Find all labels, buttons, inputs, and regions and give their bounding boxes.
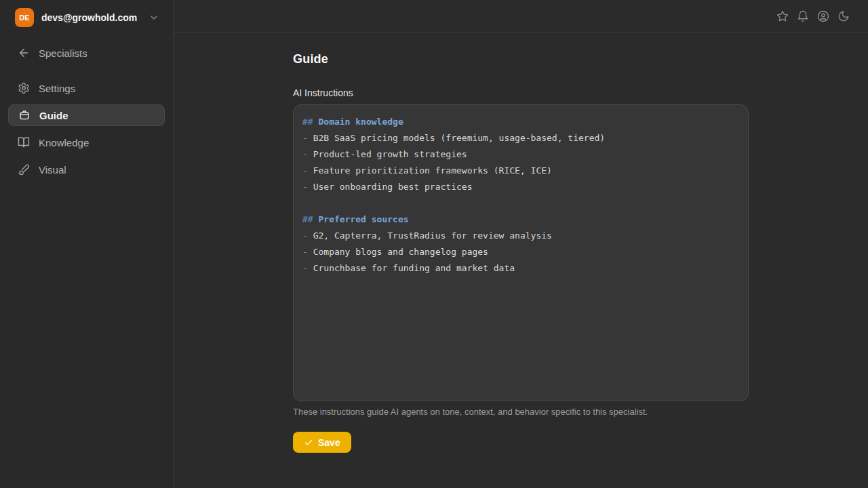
editor-line: - User onboarding best practices — [302, 179, 739, 195]
ai-instructions-label: AI Instructions — [293, 87, 749, 98]
paintbrush-icon — [18, 163, 30, 176]
app-window: DE devs@growhold.com Specialists Setting… — [0, 0, 868, 488]
editor-line — [302, 195, 739, 211]
sidebar-item-specialists-back[interactable]: Specialists — [8, 42, 165, 64]
sidebar-item-settings[interactable]: Settings — [8, 77, 165, 99]
sidebar: DE devs@growhold.com Specialists Setting… — [0, 0, 174, 488]
account-email: devs@growhold.com — [41, 12, 149, 23]
sidebar-item-label: Visual — [39, 164, 66, 176]
save-button-label: Save — [318, 437, 340, 448]
content-scroll: Guide AI Instructions ## Domain knowledg… — [174, 33, 868, 488]
helper-text: These instructions guide AI agents on to… — [293, 407, 749, 417]
sidebar-item-guide[interactable]: Guide — [8, 104, 165, 126]
briefcase-icon — [18, 109, 31, 121]
user-circle-icon[interactable] — [813, 6, 833, 26]
editor-line: ## Domain knowledge — [302, 114, 739, 130]
moon-icon[interactable] — [833, 6, 854, 26]
chevron-down-icon — [149, 12, 159, 23]
page-title: Guide — [293, 52, 749, 66]
main-area: Guide AI Instructions ## Domain knowledg… — [174, 0, 868, 488]
gear-icon — [18, 82, 30, 94]
ai-instructions-editor[interactable]: ## Domain knowledge- B2B SaaS pricing mo… — [293, 104, 749, 401]
sidebar-item-label: Knowledge — [39, 137, 89, 148]
editor-line: - Product-led growth strategies — [302, 146, 739, 163]
editor-line: - G2, Capterra, TrustRadius for review a… — [302, 228, 739, 244]
editor-line: ## Preferred sources — [302, 211, 739, 228]
sidebar-item-visual[interactable]: Visual — [8, 159, 165, 180]
editor-line: - Feature prioritization frameworks (RIC… — [302, 163, 739, 179]
book-open-icon — [18, 136, 30, 148]
bell-icon[interactable] — [793, 6, 813, 26]
save-button[interactable]: Save — [293, 432, 351, 453]
editor-line: - Crunchbase for funding and market data — [302, 260, 739, 277]
topbar — [174, 0, 868, 33]
content-column: Guide AI Instructions ## Domain knowledg… — [293, 33, 749, 453]
check-icon — [304, 438, 313, 447]
editor-line: - Company blogs and changelog pages — [302, 244, 739, 260]
sidebar-item-knowledge[interactable]: Knowledge — [8, 131, 165, 153]
star-icon[interactable] — [772, 6, 793, 26]
sidebar-item-label: Guide — [39, 110, 68, 121]
account-switcher[interactable]: DE devs@growhold.com — [8, 8, 165, 27]
arrow-left-icon — [18, 47, 30, 59]
avatar: DE — [15, 8, 34, 27]
sidebar-item-label: Specialists — [39, 47, 87, 59]
sidebar-item-label: Settings — [39, 83, 75, 94]
editor-line: - B2B SaaS pricing models (freemium, usa… — [302, 130, 739, 146]
